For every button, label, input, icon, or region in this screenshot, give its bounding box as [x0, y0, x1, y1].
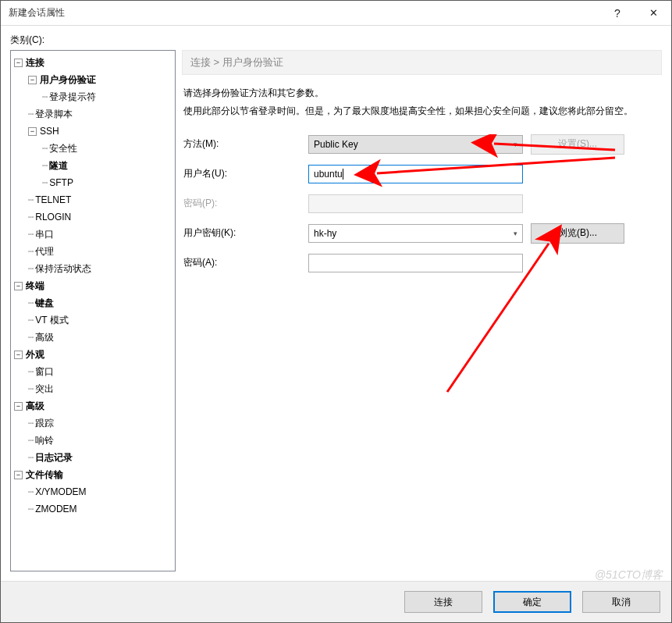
tree-keyboard[interactable]: ⋯键盘	[28, 294, 175, 312]
tree-user-auth[interactable]: −用户身份验证	[28, 71, 175, 88]
tree-file-transfer[interactable]: −文件传输	[14, 466, 175, 483]
passphrase-label: 密码(A):	[183, 256, 308, 269]
tree-serial[interactable]: ⋯串口	[28, 226, 175, 243]
userkey-combo[interactable]: hk-hy ▾	[308, 224, 523, 243]
row-username: 用户名(U): ubuntu	[183, 164, 660, 184]
passphrase-input[interactable]	[308, 254, 523, 272]
tree-highlight[interactable]: ⋯突出	[28, 380, 175, 397]
text-caret	[343, 169, 343, 180]
method-label: 方法(M):	[183, 137, 308, 151]
tree-sftp[interactable]: ⋯SFTP	[42, 174, 175, 191]
collapse-icon[interactable]: −	[14, 282, 23, 290]
help-button[interactable]: ?	[599, 1, 635, 26]
category-label: 类别(C):	[10, 34, 662, 47]
tree-ssh[interactable]: −SSH	[28, 123, 175, 140]
tree-zmodem[interactable]: ⋯ZMODEM	[28, 500, 175, 518]
collapse-icon[interactable]: −	[14, 471, 23, 479]
window-title: 新建会话属性	[9, 6, 599, 20]
settings-button: 设置(S)...	[531, 134, 624, 155]
tree-proxy[interactable]: ⋯代理	[28, 243, 175, 260]
tree-advanced[interactable]: ⋯高级	[28, 329, 175, 346]
tree-xymodem[interactable]: ⋯X/YMODEM	[28, 483, 175, 500]
category-tree[interactable]: −连接 −用户身份验证 ⋯登录提示符 ⋯登录脚本 −SSH	[10, 50, 176, 571]
chevron-down-icon: ▾	[514, 141, 517, 148]
row-method: 方法(M): Public Key ▾ 设置(S)...	[183, 134, 660, 155]
row-userkey: 用户密钥(K): hk-hy ▾ 浏览(B)...	[183, 223, 660, 244]
main-split: −连接 −用户身份验证 ⋯登录提示符 ⋯登录脚本 −SSH	[10, 50, 662, 571]
row-password: 密码(P):	[183, 194, 660, 214]
dialog-footer: 连接 确定 取消	[1, 581, 671, 622]
form-area: 方法(M): Public Key ▾ 设置(S)... 用户名(U):	[182, 134, 662, 283]
tree-trace[interactable]: ⋯跟踪	[28, 415, 175, 432]
browse-button[interactable]: 浏览(B)...	[531, 223, 624, 244]
content-panel: 连接 > 用户身份验证 请选择身份验证方法和其它参数。 使用此部分以节省登录时间…	[182, 50, 662, 571]
tree-connection[interactable]: −连接	[14, 54, 175, 71]
help-icon: ?	[614, 7, 620, 20]
collapse-icon[interactable]: −	[14, 402, 23, 411]
username-label: 用户名(U):	[183, 167, 308, 180]
tree-login-prompt[interactable]: ⋯登录提示符	[42, 88, 175, 105]
collapse-icon[interactable]: −	[28, 76, 37, 84]
tree-tunnel[interactable]: ⋯隧道	[42, 157, 175, 174]
tree-vt-mode[interactable]: ⋯VT 模式	[28, 312, 175, 329]
tree-window[interactable]: ⋯窗口	[28, 363, 175, 380]
close-icon: ✕	[649, 7, 658, 19]
close-button[interactable]: ✕	[635, 1, 671, 26]
tree-logging[interactable]: ⋯日志记录	[28, 449, 175, 466]
chevron-down-icon: ▾	[514, 230, 517, 237]
method-combo[interactable]: Public Key ▾	[308, 135, 523, 154]
userkey-label: 用户密钥(K):	[183, 226, 308, 240]
tree-advanced2[interactable]: −高级	[14, 397, 175, 415]
tree-rlogin[interactable]: ⋯RLOGIN	[28, 208, 175, 226]
collapse-icon[interactable]: −	[14, 351, 23, 359]
breadcrumb: 连接 > 用户身份验证	[182, 50, 662, 75]
username-input[interactable]: ubuntu	[308, 165, 523, 183]
titlebar-controls: ? ✕	[599, 1, 671, 26]
tree-terminal[interactable]: −终端	[14, 277, 175, 294]
collapse-icon[interactable]: −	[14, 59, 23, 67]
connect-button[interactable]: 连接	[404, 591, 482, 613]
row-passphrase: 密码(A):	[183, 253, 660, 273]
tree-login-script[interactable]: ⋯登录脚本	[28, 105, 175, 123]
password-input	[308, 194, 523, 213]
ok-button[interactable]: 确定	[493, 591, 571, 613]
tree-appearance[interactable]: −外观	[14, 346, 175, 363]
dialog-body: 类别(C): −连接 −用户身份验证 ⋯登录提示符	[1, 26, 671, 581]
dialog-window: 新建会话属性 ? ✕ 类别(C): −连接 −用户身份验证	[0, 0, 672, 623]
description: 请选择身份验证方法和其它参数。 使用此部分以节省登录时间。但是，为了最大限度地提…	[182, 84, 662, 120]
tree-bell[interactable]: ⋯响铃	[28, 432, 175, 449]
password-label: 密码(P):	[183, 197, 308, 210]
titlebar: 新建会话属性 ? ✕	[1, 1, 671, 26]
tree-keepalive[interactable]: ⋯保持活动状态	[28, 260, 175, 277]
collapse-icon[interactable]: −	[28, 127, 37, 136]
tree-telnet[interactable]: ⋯TELNET	[28, 191, 175, 208]
cancel-button[interactable]: 取消	[582, 591, 660, 613]
tree-security[interactable]: ⋯安全性	[42, 140, 175, 157]
